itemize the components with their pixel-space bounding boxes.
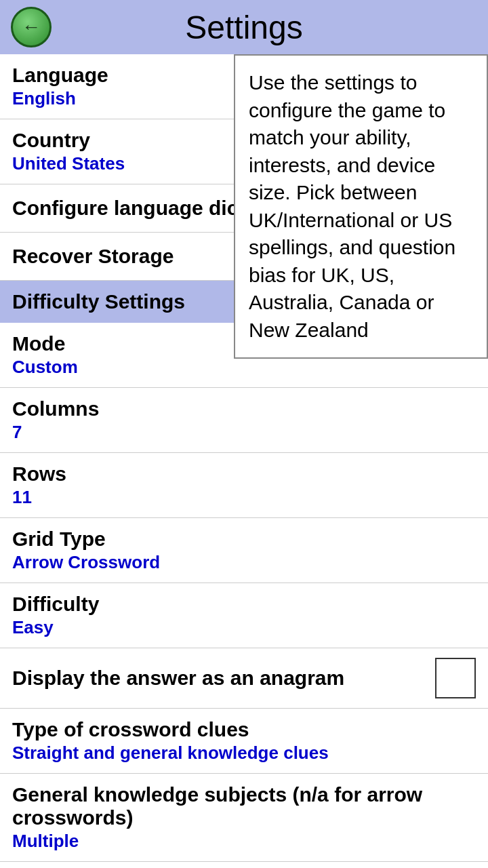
info-popup: Use the settings to configure the game t… [234,54,488,359]
columns-label: Columns [12,397,476,420]
settings-clue-type-item[interactable]: Type of crossword clues Straight and gen… [0,709,488,774]
general-knowledge-value: Multiple [12,831,476,852]
difficulty-value: Easy [12,617,476,638]
difficulty-label: Difficulty [12,593,476,616]
settings-anagram-item[interactable]: Display the answer as an anagram [0,648,488,709]
settings-columns-item[interactable]: Columns 7 [0,388,488,453]
main-content: Use the settings to configure the game t… [0,54,488,868]
settings-rows-item[interactable]: Rows 11 [0,453,488,518]
info-popup-text: Use the settings to configure the game t… [249,71,455,341]
rows-value: 11 [12,487,476,508]
page-title: Settings [52,9,436,46]
anagram-checkbox[interactable] [435,658,476,698]
header: Settings [0,0,488,54]
columns-value: 7 [12,422,476,443]
anagram-label: Display the answer as an anagram [12,667,435,690]
rows-label: Rows [12,462,476,486]
settings-kinds-item[interactable]: Kinds [0,862,488,868]
settings-difficulty-item[interactable]: Difficulty Easy [0,583,488,648]
clue-type-value: Straight and general knowledge clues [12,743,476,764]
settings-general-knowledge-item[interactable]: General knowledge subjects (n/a for arro… [0,774,488,862]
settings-grid-type-item[interactable]: Grid Type Arrow Crossword [0,518,488,583]
mode-value: Custom [12,357,476,378]
clue-type-label: Type of crossword clues [12,718,476,741]
grid-type-value: Arrow Crossword [12,552,476,573]
general-knowledge-label: General knowledge subjects (n/a for arro… [12,783,476,829]
back-button[interactable] [11,7,52,47]
grid-type-label: Grid Type [12,528,476,551]
